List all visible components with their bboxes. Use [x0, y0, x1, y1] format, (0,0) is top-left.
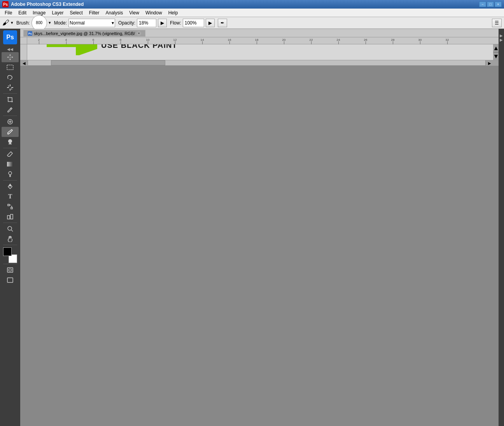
opacity-arrow-btn[interactable]: ▶	[158, 19, 167, 27]
tool-pen[interactable]	[2, 181, 19, 191]
menu-help[interactable]: Help	[165, 9, 181, 17]
menu-filter[interactable]: Filter	[86, 9, 103, 17]
ruler-vertical	[20, 44, 27, 60]
tool-screen-mode[interactable]	[2, 275, 19, 285]
tool-text[interactable]: T	[2, 191, 19, 202]
mode-label: Mode:	[54, 20, 67, 26]
tool-quick-mask[interactable]	[2, 265, 19, 275]
maximize-button[interactable]: □	[487, 2, 494, 7]
mode-value: Normal	[70, 20, 85, 26]
mode-select[interactable]: Normal ▾	[68, 19, 115, 27]
scrollbar-corner	[493, 60, 499, 66]
brush-tool-icon[interactable]: 🖌	[2, 19, 9, 27]
svg-point-17	[8, 226, 12, 230]
panel-collapse-btn[interactable]: ▶▶	[499, 33, 504, 42]
tool-hand[interactable]	[2, 234, 19, 244]
document-tab-label: skys...before_vignette.jpg @ 31.7% (vign…	[34, 31, 135, 36]
svg-line-6	[11, 89, 12, 90]
svg-line-18	[11, 230, 13, 231]
tool-zoom[interactable]	[2, 224, 19, 234]
flow-input[interactable]: 100%	[183, 19, 204, 27]
tool-eyedropper[interactable]	[2, 105, 19, 115]
tool-dodge[interactable]	[2, 169, 19, 179]
tool-options-arrow[interactable]: ▾	[11, 20, 13, 25]
scrollbar-thumb[interactable]	[494, 52, 499, 53]
title-bar: Ps Adobe Photoshop CS3 Extended − □ ×	[0, 0, 504, 9]
app-icon: Ps	[2, 1, 9, 7]
brush-tool-icon-group: 🖌 ▾	[2, 19, 13, 27]
ruler-top: 2468101214161820222426283032	[20, 37, 499, 44]
workspace: SOFT BRUSH LOWER OPACITY (18%)	[20, 44, 499, 60]
svg-point-11	[7, 133, 9, 135]
brush-label: Brush:	[16, 20, 30, 26]
tool-gradient[interactable]	[2, 159, 19, 169]
foreground-color-swatch[interactable]	[3, 247, 12, 256]
annotation-below: USE BLACK PAINT	[27, 44, 493, 60]
canvas-area: Ps skys...before_vignette.jpg @ 31.7% (v…	[20, 29, 499, 426]
svg-text:Ps: Ps	[28, 32, 32, 35]
tool-magic-wand[interactable]	[2, 82, 19, 93]
menu-select[interactable]: Select	[66, 9, 86, 17]
color-swatches[interactable]	[2, 247, 19, 263]
svg-rect-3	[7, 87, 9, 88]
svg-rect-21	[7, 278, 13, 282]
menu-analysis[interactable]: Analysis	[102, 9, 126, 17]
tool-crop[interactable]	[2, 95, 19, 105]
svg-rect-12	[7, 162, 13, 167]
close-button[interactable]: ×	[495, 2, 502, 7]
brush-size-group: Brush: 800 ▾	[16, 15, 51, 31]
document-tab-bar: Ps skys...before_vignette.jpg @ 31.7% (v…	[20, 29, 499, 37]
scrollbar-down-button[interactable]: ▼	[494, 52, 499, 60]
tool-lasso[interactable]	[2, 72, 19, 82]
main-layout: Ps ◀◀	[0, 29, 504, 426]
tool-marquee[interactable]	[2, 62, 19, 72]
horizontal-scrollbar[interactable]: ◀ ▶	[20, 60, 499, 65]
panel-toggle-button[interactable]: ☰	[492, 19, 502, 27]
scrollbar-up-button[interactable]: ▲	[494, 44, 499, 52]
mode-chevron-icon: ▾	[112, 20, 114, 26]
airbrush-button[interactable]: ✒	[218, 19, 227, 27]
opacity-value: 18%	[139, 20, 148, 26]
tool-move[interactable]	[2, 52, 19, 62]
document-tab-close[interactable]: ×	[136, 31, 141, 36]
use-black-paint-label: USE BLACK PAINT	[101, 44, 177, 50]
opacity-input[interactable]: 18%	[137, 19, 156, 27]
menu-view[interactable]: View	[126, 9, 142, 17]
tool-eraser[interactable]	[2, 149, 19, 159]
panel-toggle-group: ☰	[492, 19, 502, 27]
h-scrollbar-thumb[interactable]	[51, 60, 165, 65]
svg-rect-20	[9, 269, 12, 271]
tool-stamp[interactable]	[2, 137, 19, 147]
opacity-group: Opacity: 18% ▶	[118, 19, 167, 27]
document-tab[interactable]: Ps skys...before_vignette.jpg @ 31.7% (v…	[23, 30, 145, 37]
menu-layer[interactable]: Layer	[49, 9, 66, 17]
scrollbar-right-button[interactable]: ▶	[485, 60, 493, 66]
brush-dropdown-arrow[interactable]: ▾	[49, 20, 51, 25]
svg-rect-2	[10, 89, 10, 91]
flow-arrow-btn[interactable]: ▶	[206, 19, 215, 27]
h-scrollbar-track[interactable]	[28, 60, 485, 65]
window-controls: − □ ×	[479, 2, 502, 7]
menu-window[interactable]: Window	[142, 9, 165, 17]
scrollbar-left-button[interactable]: ◀	[20, 60, 28, 66]
menu-file[interactable]: File	[2, 9, 15, 17]
tool-brush[interactable]	[2, 127, 19, 137]
svg-point-13	[9, 172, 12, 175]
tool-path-select[interactable]	[2, 202, 19, 212]
tool-shape[interactable]	[2, 212, 19, 222]
brush-preview[interactable]: 800	[32, 15, 47, 31]
mode-group: Mode: Normal ▾	[54, 19, 115, 27]
opacity-label: Opacity:	[118, 20, 135, 26]
minimize-button[interactable]: −	[479, 2, 486, 7]
app-title: Adobe Photoshop CS3 Extended	[11, 2, 84, 7]
vertical-scrollbar[interactable]: ▲ ▼	[493, 44, 499, 60]
ruler-corner	[20, 37, 27, 44]
toolbar-collapse-btn[interactable]: ◀◀	[2, 46, 19, 52]
airbrush-icon: ✒	[220, 20, 224, 26]
tool-healing[interactable]	[2, 117, 19, 127]
canvas-viewport[interactable]: SOFT BRUSH LOWER OPACITY (18%)	[27, 44, 493, 60]
svg-rect-4	[11, 87, 13, 88]
menu-bar: File Edit Image Layer Select Filter Anal…	[0, 9, 504, 17]
options-bar: 🖌 ▾ Brush: 800 ▾ Mode: Normal ▾ Opacity:…	[0, 17, 504, 29]
svg-point-14	[10, 185, 11, 186]
